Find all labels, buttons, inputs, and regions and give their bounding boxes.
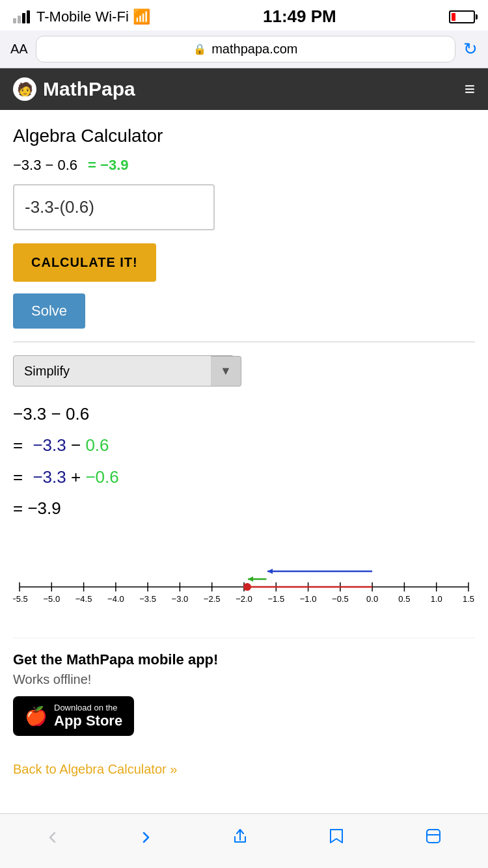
status-time: 11:49 PM — [263, 7, 336, 27]
step-1: = −3.3 − 0.6 — [13, 433, 475, 457]
step-final-text: = −3.9 — [13, 498, 61, 518]
svg-text:1.0: 1.0 — [431, 594, 442, 604]
number-line-container: −5.5 −5.0 −4.5 −4.0 −3.5 −3.0 −2.5 −2.0 — [13, 540, 475, 618]
number-line-svg: −5.5 −5.0 −4.5 −4.0 −3.5 −3.0 −2.5 −2.0 — [13, 540, 475, 618]
mode-dropdown[interactable]: Simplify — [13, 355, 234, 387]
url-bar[interactable]: 🔒 mathpapa.com — [36, 36, 455, 62]
step1-equals: = — [13, 435, 27, 455]
svg-text:−5.5: −5.5 — [13, 594, 28, 604]
lock-icon: 🔒 — [193, 43, 206, 55]
bookmarks-button[interactable] — [317, 824, 356, 852]
text-size-button[interactable]: AA — [10, 42, 28, 57]
status-right — [449, 10, 475, 23]
url-text: mathpapa.com — [211, 42, 297, 57]
calculate-button[interactable]: CALCULATE IT! — [13, 243, 156, 282]
steps-section: −3.3 − 0.6 = −3.3 − 0.6 = −3.3 + −0.6 = … — [13, 402, 475, 521]
step-2: = −3.3 + −0.6 — [13, 465, 475, 489]
carrier-text: T-Mobile Wi-Fi — [36, 8, 129, 25]
app-promo-subtitle: Works offline! — [13, 672, 475, 687]
step-final: = −3.9 — [13, 496, 475, 520]
svg-marker-34 — [248, 576, 253, 582]
step2-equals: = — [13, 467, 27, 487]
svg-text:−2.5: −2.5 — [204, 594, 221, 604]
svg-marker-32 — [267, 569, 273, 574]
step2-green: −0.6 — [85, 467, 118, 487]
status-left: T-Mobile Wi-Fi 📶 — [13, 8, 150, 25]
svg-text:−4.0: −4.0 — [107, 594, 124, 604]
step-original: −3.3 − 0.6 — [13, 402, 475, 426]
step2-dark: −3.3 — [33, 467, 66, 487]
step-original-text: −3.3 − 0.6 — [13, 404, 89, 424]
svg-text:−3.0: −3.0 — [172, 594, 189, 604]
reload-button[interactable]: ↻ — [463, 39, 478, 59]
app-promo-title: Get the MathPapa mobile app! — [13, 651, 475, 668]
dropdown-row: Simplify ▼ — [13, 355, 475, 387]
calculator-input[interactable] — [13, 184, 215, 230]
tabs-button[interactable] — [414, 824, 453, 852]
logo-text: MathPapa — [43, 78, 135, 100]
site-logo: 🧑 MathPapa — [13, 77, 135, 101]
logo-icon: 🧑 — [13, 77, 36, 101]
svg-text:−3.5: −3.5 — [139, 594, 156, 604]
svg-rect-38 — [427, 830, 440, 843]
svg-text:0.0: 0.0 — [366, 594, 378, 604]
svg-text:−2.0: −2.0 — [236, 594, 252, 604]
site-header: 🧑 MathPapa ≡ — [0, 68, 488, 110]
svg-text:−0.5: −0.5 — [332, 594, 349, 604]
svg-text:1.5: 1.5 — [463, 594, 474, 604]
result-expression: −3.3 − 0.6 — [13, 157, 77, 174]
hamburger-menu[interactable]: ≡ — [465, 79, 475, 100]
browser-nav — [0, 813, 488, 868]
back-button[interactable] — [35, 826, 70, 852]
apple-icon: 🍎 — [25, 705, 47, 727]
status-bar: T-Mobile Wi-Fi 📶 11:49 PM — [0, 0, 488, 31]
step1-dark: −3.3 — [33, 435, 66, 455]
result-line: −3.3 − 0.6 = −3.9 — [13, 157, 475, 174]
svg-text:−1.0: −1.0 — [300, 594, 317, 604]
badge-text: Download on the App Store — [54, 703, 122, 729]
result-value: = −3.9 — [88, 157, 128, 174]
signal-bars — [13, 10, 30, 23]
svg-text:0.5: 0.5 — [398, 594, 410, 604]
svg-text:−5.0: −5.0 — [43, 594, 60, 604]
wifi-icon: 📶 — [133, 8, 150, 25]
divider — [13, 342, 475, 342]
back-link[interactable]: Back to Algebra Calculator » — [13, 762, 475, 777]
page-title: Algebra Calculator — [13, 126, 475, 146]
svg-text:−4.5: −4.5 — [75, 594, 92, 604]
battery-level — [452, 13, 455, 21]
svg-point-36 — [243, 583, 251, 591]
step1-green: 0.6 — [85, 435, 109, 455]
svg-text:−1.5: −1.5 — [267, 594, 284, 604]
battery-icon — [449, 10, 475, 23]
app-store-badge[interactable]: 🍎 Download on the App Store — [13, 696, 134, 736]
forward-button[interactable] — [128, 826, 163, 852]
app-promo: Get the MathPapa mobile app! Works offli… — [13, 638, 475, 749]
share-button[interactable] — [221, 824, 260, 852]
main-content: Algebra Calculator −3.3 − 0.6 = −3.9 CAL… — [0, 110, 488, 812]
solve-button[interactable]: Solve — [13, 293, 85, 329]
browser-bar: AA 🔒 mathpapa.com ↻ — [0, 31, 488, 68]
